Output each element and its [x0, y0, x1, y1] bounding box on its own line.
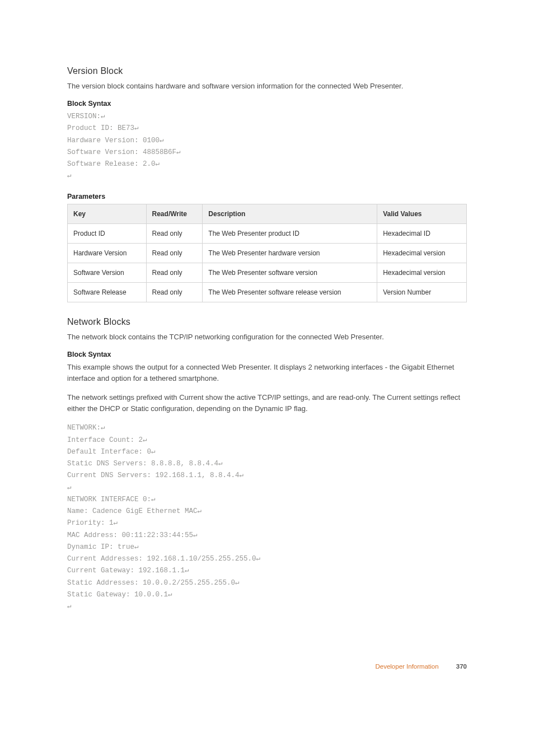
carriage-return-icon: ↵ [176, 148, 181, 156]
carriage-return-icon: ↵ [101, 424, 105, 432]
table-cell: Product ID [68, 223, 147, 243]
table-header: Description [203, 204, 377, 223]
table-cell: Hexadecimal version [377, 263, 467, 282]
carriage-return-icon: ↵ [143, 436, 147, 444]
code-line: VERSION: [67, 113, 101, 120]
code-line: NETWORK INTERFACE 0: [67, 496, 151, 503]
code-line: Current DNS Servers: 192.168.1.1, 8.8.4.… [67, 472, 240, 479]
carriage-return-icon: ↵ [218, 460, 223, 468]
section-title-version-block: Version Block [67, 66, 467, 76]
carriage-return-icon: ↵ [235, 579, 240, 587]
table-cell: Read only [146, 282, 203, 302]
table-header: Valid Values [377, 204, 467, 223]
code-block-version: VERSION:↵ Product ID: BE73↵ Hardware Ver… [67, 111, 467, 183]
block-syntax-label-1: Block Syntax [67, 100, 467, 108]
table-row: Software Version Read only The Web Prese… [68, 263, 467, 282]
carriage-return-icon: ↵ [101, 113, 105, 120]
code-line: Static DNS Servers: 8.8.8.8, 8.8.4.4 [67, 460, 218, 468]
carriage-return-icon: ↵ [67, 172, 72, 180]
section-title-network-blocks: Network Blocks [67, 317, 467, 327]
table-header: Read/Write [146, 204, 203, 223]
table-cell: Hexadecimal ID [377, 223, 467, 243]
table-row: Software Release Read only The Web Prese… [68, 282, 467, 302]
section-intro-network-blocks: The network block contains the TCP/IP ne… [67, 332, 467, 343]
carriage-return-icon: ↵ [134, 543, 139, 551]
code-line: Priority: 1 [67, 519, 114, 527]
table-cell: Read only [146, 223, 203, 243]
network-para-2: The network settings prefixed with Curre… [67, 392, 467, 414]
table-cell: Read only [146, 243, 203, 263]
carriage-return-icon: ↵ [240, 472, 244, 479]
code-line: MAC Address: 00:11:22:33:44:55 [67, 531, 193, 539]
table-cell: The Web Presenter software version [203, 263, 377, 282]
table-cell: Hexadecimal version [377, 243, 467, 263]
carriage-return-icon: ↵ [151, 448, 156, 456]
code-line: Software Release: 2.0 [67, 160, 156, 168]
carriage-return-icon: ↵ [193, 531, 198, 539]
code-line: Hardware Version: 0100 [67, 137, 160, 144]
carriage-return-icon: ↵ [168, 591, 172, 599]
code-line: Software Version: 48858B6F [67, 148, 176, 156]
carriage-return-icon: ↵ [151, 496, 156, 503]
table-cell: The Web Presenter product ID [203, 223, 377, 243]
table-cell: Software Version [68, 263, 147, 282]
carriage-return-icon: ↵ [256, 555, 261, 563]
table-cell: Version Number [377, 282, 467, 302]
carriage-return-icon: ↵ [67, 603, 72, 610]
code-line: Product ID: BE73 [67, 124, 134, 132]
table-cell: The Web Presenter software release versi… [203, 282, 377, 302]
page-footer: Developer Information 370 [67, 663, 467, 670]
code-line: Static Addresses: 10.0.0.2/255.255.255.0 [67, 579, 235, 587]
section-intro-version-block: The version block contains hardware and … [67, 81, 467, 92]
network-para-1: This example shows the output for a conn… [67, 362, 467, 384]
code-line: NETWORK: [67, 424, 101, 432]
parameters-label: Parameters [67, 193, 467, 200]
code-line: Default Interface: 0 [67, 448, 151, 456]
table-row: Product ID Read only The Web Presenter p… [68, 223, 467, 243]
table-header-row: Key Read/Write Description Valid Values [68, 204, 467, 223]
table-cell: The Web Presenter hardware version [203, 243, 377, 263]
footer-page-number: 370 [456, 663, 467, 670]
code-line: Name: Cadence GigE Ethernet MAC [67, 507, 198, 515]
code-line: Current Addresses: 192.168.1.10/255.255.… [67, 555, 256, 563]
code-line: Static Gateway: 10.0.0.1 [67, 591, 168, 599]
code-line: Dynamic IP: true [67, 543, 134, 551]
table-cell: Software Release [68, 282, 147, 302]
carriage-return-icon: ↵ [134, 124, 139, 132]
code-line: Interface Count: 2 [67, 436, 143, 444]
table-cell: Read only [146, 263, 203, 282]
carriage-return-icon: ↵ [156, 160, 160, 168]
code-block-network: NETWORK:↵ Interface Count: 2↵ Default In… [67, 422, 467, 613]
table-row: Hardware Version Read only The Web Prese… [68, 243, 467, 263]
carriage-return-icon: ↵ [160, 137, 164, 144]
block-syntax-label-2: Block Syntax [67, 351, 467, 358]
carriage-return-icon: ↵ [114, 519, 118, 527]
code-line: Current Gateway: 192.168.1.1 [67, 567, 185, 575]
table-header: Key [68, 204, 147, 223]
parameters-table: Key Read/Write Description Valid Values … [67, 204, 467, 302]
table-cell: Hardware Version [68, 243, 147, 263]
carriage-return-icon: ↵ [185, 567, 189, 575]
footer-section-label: Developer Information [375, 663, 438, 670]
carriage-return-icon: ↵ [67, 484, 72, 492]
carriage-return-icon: ↵ [198, 507, 202, 515]
